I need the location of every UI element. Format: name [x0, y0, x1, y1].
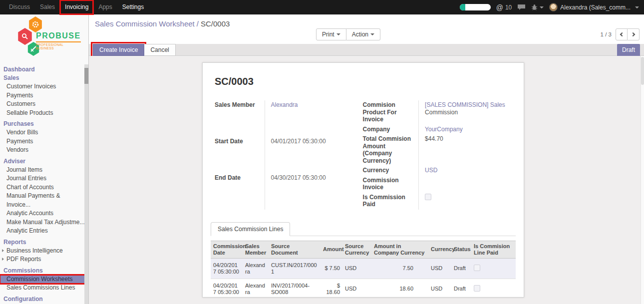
col-header-commission-date: Commission Date — [211, 241, 243, 258]
sidebar-item-chart-of-accounts[interactable]: Chart of Accounts — [0, 183, 85, 192]
timer-progressbar[interactable] — [460, 4, 491, 10]
expand-arrow-icon — [2, 249, 4, 252]
sidebar-scrollbar-thumb[interactable] — [84, 68, 88, 84]
col-header-amount-company: Amount in Company Currency — [371, 241, 428, 258]
sidebar-item-vendor-bills[interactable]: Vendor Bills — [0, 128, 85, 137]
field-group-left: Sales Member Alexandra Start Date 04/01/… — [215, 100, 354, 210]
pager-count: 1 / 3 — [601, 31, 612, 37]
page-scrollbar[interactable] — [641, 56, 644, 304]
table-row[interactable]: 04/20/2017 05:30:00 Alexandra INV/2017/0… — [211, 279, 516, 298]
col-header-amount: Amount — [321, 241, 342, 258]
sidebar-item-customer-invoices[interactable]: Customer Invoices — [0, 82, 85, 91]
cell-amount: $ 18.60 — [321, 279, 342, 298]
is-commission-paid-checkbox[interactable] — [425, 194, 431, 200]
sidebar-item-payments-sales[interactable]: Payments — [0, 91, 85, 100]
line-paid-checkbox[interactable] — [474, 265, 480, 271]
sidebar-item-journal-entries[interactable]: Journal Entries — [0, 174, 85, 183]
print-button-label: Print — [322, 29, 334, 40]
field-label-is-commission-paid: Is Commission Paid — [363, 193, 419, 210]
sidebar-item-customers[interactable]: Customers — [0, 100, 85, 109]
messages-icon[interactable] — [517, 4, 526, 10]
at-icon: @ — [496, 3, 503, 11]
sidebar-item-analytic-entries[interactable]: Analytic Entries — [0, 227, 85, 236]
action-button[interactable]: Action — [346, 28, 380, 40]
chevron-left-icon — [620, 32, 624, 36]
pager-next-button[interactable] — [628, 28, 640, 40]
sidebar-scrollbar[interactable] — [84, 64, 88, 304]
sidebar-section-configuration[interactable]: Configuration — [0, 295, 88, 304]
sidebar-item-analytic-accounts[interactable]: Analytic Accounts — [0, 209, 85, 218]
currency-link[interactable]: USD — [425, 167, 437, 174]
mention-count: 10 — [505, 4, 512, 11]
page-scrollbar-thumb[interactable] — [641, 57, 644, 85]
sidebar-section-adviser[interactable]: Adviser — [0, 157, 88, 166]
sidebar-item-manual-payments[interactable]: Manual Payments & Invoice... — [0, 192, 85, 209]
caret-down-icon — [336, 33, 340, 35]
col-header-status: Status — [451, 241, 471, 258]
caret-down-icon — [370, 33, 374, 35]
sidebar-item-payments-purchases[interactable]: Payments — [0, 137, 85, 146]
sales-member-link[interactable]: Alexandra — [271, 101, 298, 108]
commission-product-link[interactable]: [SALES COMMISSION] Sales — [425, 101, 505, 108]
chevron-right-icon — [631, 32, 635, 36]
sidebar-item-dashboard[interactable]: Dashboard — [0, 65, 88, 74]
cell-date: 04/20/2017 05:30:00 — [211, 279, 243, 298]
debug-menu[interactable] — [531, 4, 544, 10]
breadcrumb-separator: / — [195, 19, 201, 28]
pager-previous-button[interactable] — [616, 28, 628, 40]
sidebar-item-manual-tax[interactable]: Make Manual Tax Adjustme... — [0, 218, 85, 227]
top-navbar: Discuss Sales Invoicing Apps Settings @ … — [0, 0, 644, 14]
magnifier-icon — [17, 28, 33, 45]
col-header-source-currency: Source Currency — [342, 241, 371, 258]
menu-apps[interactable]: Apps — [93, 0, 117, 14]
field-label-end-date: End Date — [215, 173, 265, 210]
menu-invoicing[interactable]: Invoicing — [60, 0, 93, 14]
logo-title: PROBUSE — [36, 31, 81, 40]
field-label-commission-invoice: Commission Invoice — [363, 176, 419, 193]
mention-counter[interactable]: @ 10 — [496, 3, 512, 11]
cancel-button[interactable]: Cancel — [144, 44, 175, 56]
cell-source-currency: USD — [342, 258, 371, 279]
print-button[interactable]: Print — [316, 28, 346, 40]
cell-member: Alexandra — [243, 258, 269, 279]
total-commission-value: $44.70 — [419, 134, 516, 166]
sidebar-item-pdf-reports[interactable]: PDF Reports — [0, 255, 85, 264]
sidebar-section-purchases[interactable]: Purchases — [0, 120, 88, 128]
end-date-value: 04/30/2017 05:30:00 — [265, 173, 354, 210]
sidebar-section-sales[interactable]: Sales — [0, 74, 88, 82]
sidebar-item-vendors[interactable]: Vendors — [0, 146, 85, 155]
sidebar-item-business-intelligence[interactable]: Business Intelligence — [0, 247, 85, 256]
menu-settings[interactable]: Settings — [117, 0, 149, 14]
cell-amount: $ 7.50 — [321, 258, 342, 279]
menu-discuss[interactable]: Discuss — [4, 0, 35, 14]
create-invoice-button[interactable]: Create Invoice — [93, 44, 144, 56]
gear-icon — [28, 16, 43, 32]
menu-sales[interactable]: Sales — [35, 0, 60, 14]
sidebar-item-sellable-products[interactable]: Sellable Products — [0, 109, 85, 118]
commission-product-rest: Commission — [425, 109, 458, 116]
avatar — [549, 3, 558, 11]
content-area: SC/0003 Sales Member Alexandra Start Dat… — [89, 56, 644, 304]
sidebar-section-commissions[interactable]: Commissions — [0, 267, 88, 275]
sidebar-item-label: Business Intelligence — [6, 247, 63, 254]
sidebar-item-journal-items[interactable]: Journal Items — [0, 166, 85, 175]
tab-sales-commission-lines[interactable]: Sales Commission Lines — [211, 222, 290, 236]
statusbar: Create Invoice Cancel Draft — [89, 44, 644, 56]
sidebar-item-sales-commissions-lines[interactable]: Sales Commissions Lines — [0, 284, 85, 293]
field-label-commission-product: Commision Product For Invoice — [363, 100, 419, 125]
sidebar-section-reports[interactable]: Reports — [0, 238, 88, 247]
field-label-currency: Currency — [363, 166, 419, 176]
field-label-start-date: Start Date — [215, 137, 265, 173]
table-header-row: Commission Date Sales Member Source Docu… — [211, 241, 516, 258]
company-link[interactable]: YourCompany — [425, 126, 463, 133]
table-row[interactable]: 04/20/2017 05:30:00 Alexandra CUST.IN/20… — [211, 258, 516, 279]
breadcrumb-parent-link[interactable]: Sales Commission Worksheet — [95, 19, 195, 28]
line-paid-checkbox[interactable] — [474, 285, 480, 292]
user-menu[interactable]: Alexandra (Sales_comm... — [549, 3, 639, 11]
sidebar-item-commission-worksheets[interactable]: Commission Worksheets — [0, 275, 85, 284]
probuse-logo: PROBUSE PROFESSIONAL BUSINESS — [0, 14, 88, 64]
caret-down-icon — [540, 6, 544, 8]
col-header-line-paid: Is Commision Line Paid — [471, 241, 516, 258]
timer-progress-fill — [460, 4, 465, 10]
control-panel: Sales Commission Worksheet/SC/0003 Print… — [89, 14, 644, 44]
